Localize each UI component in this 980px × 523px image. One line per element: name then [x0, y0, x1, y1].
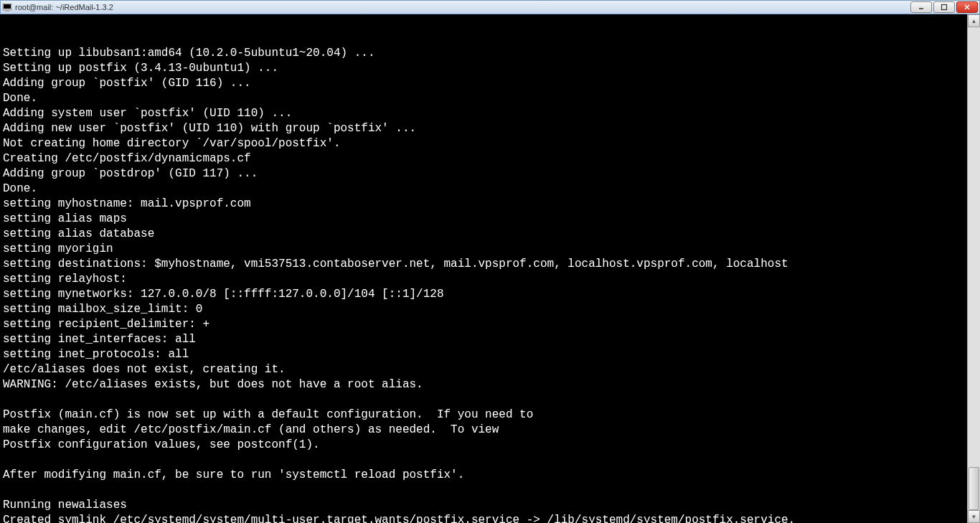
terminal-lines: Setting up libubsan1:amd64 (10.2.0-5ubun…	[3, 46, 977, 523]
scrollbar[interactable]: ▲ ▼	[967, 14, 980, 523]
svg-rect-1	[4, 4, 11, 9]
close-button[interactable]	[956, 1, 978, 13]
scroll-up-button[interactable]: ▲	[968, 14, 980, 27]
scrollbar-thumb[interactable]	[969, 467, 979, 510]
maximize-button[interactable]	[933, 1, 955, 13]
window-title: root@mail: ~/iRedMail-1.3.2	[15, 3, 910, 11]
scroll-down-button[interactable]: ▼	[968, 510, 980, 523]
scrollbar-track[interactable]	[968, 27, 980, 510]
svg-rect-4	[942, 5, 947, 10]
window-controls	[910, 1, 978, 13]
minimize-button[interactable]	[910, 1, 932, 13]
svg-rect-2	[5, 10, 9, 11]
window-titlebar[interactable]: root@mail: ~/iRedMail-1.3.2	[0, 0, 980, 14]
putty-icon	[2, 2, 12, 12]
terminal-output[interactable]: Setting up libubsan1:amd64 (10.2.0-5ubun…	[0, 14, 980, 523]
